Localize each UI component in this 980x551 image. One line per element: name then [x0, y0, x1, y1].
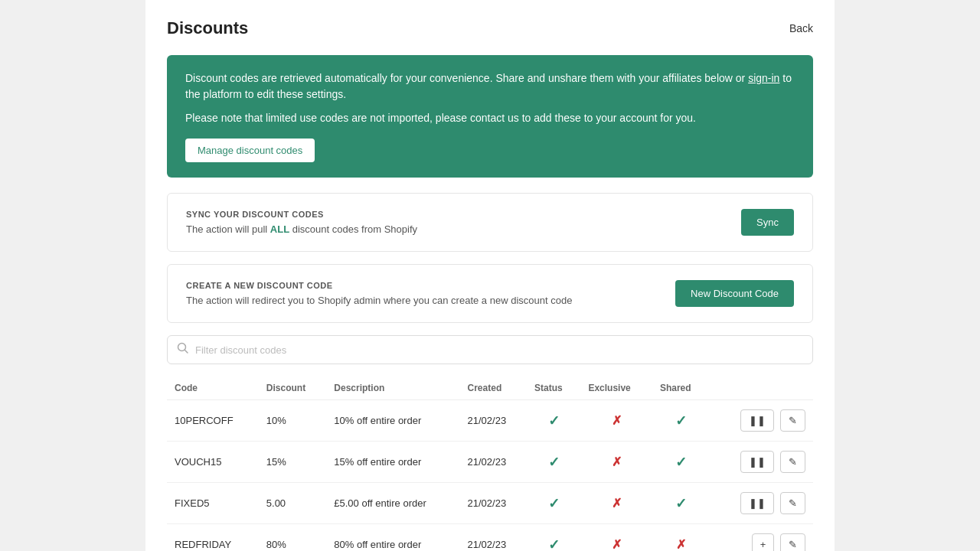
info-banner: Discount codes are retrieved automatical… — [167, 55, 813, 178]
check-icon: ✓ — [548, 413, 560, 429]
table-row: FIXED5 5.00 £5.00 off entire order 21/02… — [167, 483, 813, 524]
pause-button[interactable]: ❚❚ — [740, 492, 774, 514]
col-header-discount: Discount — [259, 377, 327, 400]
check-icon: ✓ — [548, 537, 560, 552]
cell-discount: 80% — [259, 524, 327, 552]
filter-container — [167, 335, 813, 364]
back-link[interactable]: Back — [789, 22, 813, 34]
cell-code: FIXED5 — [167, 483, 259, 524]
banner-line1: Discount codes are retrieved automatical… — [185, 70, 795, 103]
sync-description: The action will pull ALL discount codes … — [186, 223, 417, 235]
discount-table: Code Discount Description Created Status… — [167, 377, 813, 551]
cell-created: 21/02/23 — [460, 400, 528, 442]
check-icon: ✓ — [548, 455, 560, 470]
sync-section-content: SYNC YOUR DISCOUNT CODES The action will… — [186, 210, 417, 235]
create-description: The action will redirect you to Shopify … — [186, 295, 572, 306]
cell-created: 21/02/23 — [460, 483, 528, 524]
table-row: VOUCH15 15% 15% off entire order 21/02/2… — [167, 442, 813, 483]
cell-actions: + ✎ — [710, 524, 813, 552]
col-header-description: Description — [326, 377, 459, 400]
banner-line2: Please note that limited use codes are n… — [185, 110, 795, 126]
add-button[interactable]: + — [752, 533, 775, 551]
cell-shared: ✓ — [652, 442, 710, 483]
edit-button[interactable]: ✎ — [780, 492, 805, 514]
page-header: Discounts Back — [167, 18, 813, 38]
cell-description: 15% off entire order — [326, 442, 459, 483]
create-section-content: CREATE A NEW DISCOUNT CODE The action wi… — [186, 281, 572, 306]
cell-created: 21/02/23 — [460, 524, 528, 552]
cell-status: ✓ — [527, 442, 580, 483]
x-icon: ✗ — [612, 497, 622, 510]
cell-discount: 15% — [259, 442, 327, 483]
create-section: CREATE A NEW DISCOUNT CODE The action wi… — [167, 264, 813, 323]
cell-actions: ❚❚ ✎ — [710, 400, 813, 442]
cell-description: 80% off entire order — [326, 524, 459, 552]
col-header-created: Created — [460, 377, 528, 400]
cell-discount: 10% — [259, 400, 327, 442]
cell-status: ✓ — [527, 483, 580, 524]
table-header-row: Code Discount Description Created Status… — [167, 377, 813, 400]
new-discount-code-button[interactable]: New Discount Code — [675, 280, 794, 307]
check-icon: ✓ — [675, 455, 687, 470]
cell-actions: ❚❚ ✎ — [710, 483, 813, 524]
col-header-status: Status — [527, 377, 580, 400]
check-icon: ✓ — [675, 413, 687, 429]
cell-description: 10% off entire order — [326, 400, 459, 442]
cell-created: 21/02/23 — [460, 442, 528, 483]
cell-description: £5.00 off entire order — [326, 483, 459, 524]
pause-button[interactable]: ❚❚ — [740, 451, 774, 473]
create-label: CREATE A NEW DISCOUNT CODE — [186, 281, 572, 290]
cell-exclusive: ✗ — [580, 483, 652, 524]
edit-button[interactable]: ✎ — [780, 409, 805, 432]
edit-button[interactable]: ✎ — [780, 533, 805, 551]
search-icon — [177, 342, 189, 357]
manage-discount-codes-button[interactable]: Manage discount codes — [185, 139, 315, 162]
cell-code: REDFRIDAY — [167, 524, 259, 552]
pause-button[interactable]: ❚❚ — [740, 409, 774, 432]
x-icon: ✗ — [612, 455, 622, 468]
check-icon: ✓ — [548, 496, 560, 511]
search-input[interactable] — [195, 344, 803, 356]
cell-shared: ✗ — [652, 524, 710, 552]
col-header-actions — [710, 377, 813, 400]
table-row: 10PERCOFF 10% 10% off entire order 21/02… — [167, 400, 813, 442]
x-icon: ✗ — [612, 538, 622, 551]
cell-status: ✓ — [527, 524, 580, 552]
edit-button[interactable]: ✎ — [780, 451, 805, 473]
svg-line-1 — [185, 350, 188, 354]
cell-exclusive: ✗ — [580, 524, 652, 552]
sync-button[interactable]: Sync — [741, 209, 794, 236]
cell-actions: ❚❚ ✎ — [710, 442, 813, 483]
page-title: Discounts — [167, 18, 248, 38]
cell-exclusive: ✗ — [580, 400, 652, 442]
cell-code: 10PERCOFF — [167, 400, 259, 442]
check-icon: ✓ — [675, 496, 687, 511]
table-row: REDFRIDAY 80% 80% off entire order 21/02… — [167, 524, 813, 552]
cell-discount: 5.00 — [259, 483, 327, 524]
cell-code: VOUCH15 — [167, 442, 259, 483]
x-icon: ✗ — [612, 414, 622, 427]
sign-in-link[interactable]: sign-in — [748, 72, 779, 84]
x-icon: ✗ — [676, 538, 686, 551]
sync-section: SYNC YOUR DISCOUNT CODES The action will… — [167, 193, 813, 252]
col-header-code: Code — [167, 377, 259, 400]
cell-exclusive: ✗ — [580, 442, 652, 483]
col-header-shared: Shared — [652, 377, 710, 400]
cell-shared: ✓ — [652, 400, 710, 442]
sync-label: SYNC YOUR DISCOUNT CODES — [186, 210, 417, 219]
col-header-exclusive: Exclusive — [580, 377, 652, 400]
cell-status: ✓ — [527, 400, 580, 442]
cell-shared: ✓ — [652, 483, 710, 524]
